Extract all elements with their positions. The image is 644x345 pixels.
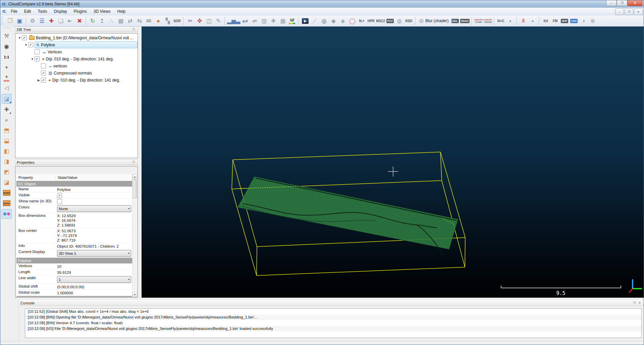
mdi-close-button[interactable]: ✕	[634, 8, 643, 15]
visibility-checkbox[interactable]	[41, 63, 46, 68]
tool-overflow-1-button[interactable]: »	[506, 16, 515, 26]
tool-pcv-button[interactable]: PCV	[386, 16, 394, 26]
stereo-mode-button[interactable]	[2, 209, 12, 219]
tool-sf-shield-button[interactable]: ◈	[338, 16, 347, 26]
console-close-button[interactable]: ✕	[637, 300, 642, 305]
tool-sf-arithmetic-button[interactable]: ▦	[278, 16, 287, 26]
tool-overflow-2-button[interactable]: »	[528, 16, 537, 26]
tool-sor-filter-button[interactable]: SOR	[173, 16, 181, 26]
tool-cloud-cloud-distance-button[interactable]: ⇄	[126, 16, 135, 26]
console-log[interactable]: [10:11:52] [Global Shift] Max abs. coord…	[25, 308, 642, 338]
tree-item-compressed-normals[interactable]: ▦Compressed normals	[15, 69, 138, 77]
tool-shp-export-button[interactable]: SHP	[560, 16, 569, 26]
tool-segment-button[interactable]: ↥	[98, 16, 106, 26]
toolbar-grip[interactable]	[2, 17, 4, 25]
maximize-button[interactable]: ❐	[617, 0, 627, 6]
menu-file[interactable]: File	[7, 8, 20, 15]
view-bottom-button[interactable]: ⬓	[2, 136, 11, 145]
tool-closest-point-set-button[interactable]: ●	[154, 16, 163, 26]
menu-tools[interactable]: Tools	[34, 8, 50, 15]
tool-kd-tree-button[interactable]: Kd	[541, 16, 550, 26]
tool-fine-registration-button[interactable]: ▚	[163, 16, 172, 26]
visibility-checkbox[interactable]	[22, 35, 27, 40]
tool-point-list-picking-button[interactable]: ✚	[47, 16, 56, 26]
tool-compare-button[interactable]: CC	[145, 16, 153, 26]
set-pivot-button[interactable]: +	[2, 63, 11, 72]
menu-display[interactable]: Display	[50, 8, 70, 15]
tool-shield-button[interactable]: ◆	[329, 16, 338, 26]
zoom-mode-button[interactable]: ⌕	[2, 115, 11, 125]
tool-sample-points-button[interactable]: ▩	[116, 16, 125, 26]
properties-scrollbar[interactable]: ▲ ▼	[132, 174, 137, 297]
tool-histogram-button[interactable]: ▂▅▃	[227, 16, 240, 26]
view-back-iso-button[interactable]: ◪	[2, 178, 11, 187]
tree-item-dip-010-deg-dip-direction-141-deg[interactable]: ▼●Dip: 010 deg. - Dip direction: 141 deg…	[15, 55, 138, 62]
tool-globe-button[interactable]: ⊕	[588, 16, 597, 26]
console-float-button[interactable]: ❐	[632, 300, 637, 305]
current-display-dropdown[interactable]: 3D View 1▾	[57, 250, 131, 257]
tool-facets-button[interactable]: ◍	[395, 16, 404, 26]
view-left-button[interactable]: ◧	[2, 147, 11, 156]
visibility-checkbox[interactable]	[35, 49, 40, 54]
tool-clipping-box-button[interactable]: ◫	[205, 16, 213, 26]
visibility-checkbox[interactable]	[35, 56, 40, 61]
tool-console-list-button[interactable]: ☰	[38, 16, 46, 26]
menu-plugins[interactable]: Plugins	[70, 8, 90, 15]
properties-float-button[interactable]: ❐	[131, 160, 136, 165]
view-front-iso-button[interactable]: ◩	[2, 167, 11, 177]
tool-cloud-mesh-distance-button[interactable]: ⇆	[135, 16, 144, 26]
menu-3d-views[interactable]: 3D Views	[90, 8, 114, 15]
mdi-minimize-button[interactable]: –	[615, 8, 624, 15]
auto-pivot-button[interactable]: +auto	[2, 73, 11, 82]
tool-apply-transformation-button[interactable]: ⇤	[66, 16, 74, 26]
visible-checkbox[interactable]	[57, 193, 62, 198]
tree-item-vertices[interactable]: ☁Vertices	[15, 48, 138, 55]
tool-clone-button[interactable]: ❏	[56, 16, 65, 26]
tool-interactive-transformation-button[interactable]: ✜	[195, 16, 204, 26]
show-name-in-3d-checkbox[interactable]	[57, 199, 62, 204]
tool-open-button[interactable]: ❐	[6, 16, 14, 26]
tool-sf-color-scale-button[interactable]: SF	[288, 16, 297, 26]
view-front-button[interactable]: FRONT	[2, 188, 11, 197]
tool-translate-rotate-button[interactable]: ↻	[88, 16, 97, 26]
tool-blur-shader-button[interactable]: ⊘Blur (shader)	[418, 16, 450, 26]
tool-save-button[interactable]: ▣	[15, 16, 24, 26]
tool-facets-fm-button[interactable]: FM	[551, 16, 559, 26]
tool-compass-button[interactable]: ◎	[320, 16, 328, 26]
tool-csv-export-button[interactable]: CSV	[570, 16, 578, 26]
tool-display-options-button[interactable]: ⚙	[28, 16, 37, 26]
tool-rsd-button[interactable]: RSD	[405, 16, 413, 26]
tools-button[interactable]: ⚒	[2, 32, 11, 41]
tool-statistics-button[interactable]: μ,σ	[241, 16, 250, 26]
tool-normals-and-curvature-button[interactable]: N+C	[496, 16, 505, 26]
view-right-button[interactable]: ◨	[2, 157, 11, 166]
tree-item-bedding-1-bin-d-menegoni-data-ormea-nuov[interactable]: ▼Bedding_1.bin (D:/Menegoni_data/Ormea/N…	[15, 34, 138, 41]
tool-subsample-button[interactable]: ∴	[107, 16, 116, 26]
tool-canupo-create-button[interactable]: CANUPOCreate	[474, 16, 483, 26]
scroll-up-icon[interactable]: ▲	[132, 174, 137, 179]
3d-viewport[interactable]: 9.5	[142, 27, 644, 298]
visibility-checkbox[interactable]	[41, 78, 46, 83]
tree-item-dip-010-deg-dip-direction-141-deg[interactable]: ▶●Dip: 010 deg. - Dip direction: 141 deg…	[15, 77, 138, 84]
menu-help[interactable]: Help	[114, 8, 129, 15]
screenshot-button[interactable]: ◉	[2, 42, 11, 51]
tool-animation-button[interactable]: ▶	[301, 16, 310, 26]
pan-mode-button[interactable]: ✚◢	[2, 105, 11, 114]
tree-expanded-arrow-icon[interactable]: ▼	[30, 57, 35, 61]
tool-filter-by-value-button[interactable]: ⇌	[250, 16, 259, 26]
tool-delete-button[interactable]: ✖	[75, 16, 84, 26]
tree-expanded-arrow-icon[interactable]: ▼	[24, 43, 28, 47]
tool-ssao-button[interactable]: SSAO	[460, 16, 470, 26]
scrollbar-thumb[interactable]	[133, 180, 137, 198]
view-back-button[interactable]: BACK	[2, 199, 11, 208]
menu-edit[interactable]: Edit	[21, 8, 35, 15]
tool-hpr-button[interactable]: HPR	[367, 16, 375, 26]
visibility-checkbox[interactable]	[28, 42, 33, 47]
tool-ellipser-button[interactable]: ◯	[348, 16, 357, 26]
tool-normals-button[interactable]: N↗	[357, 16, 366, 26]
tool-canupo-classify-button[interactable]: CANUPOClassify	[483, 16, 492, 26]
colors-dropdown[interactable]: None▾	[57, 205, 131, 212]
tool-sphere-button[interactable]: ◑	[579, 16, 588, 26]
mdi-restore-button[interactable]: ❐	[625, 8, 633, 15]
tree-collapsed-arrow-icon[interactable]: ▶	[37, 79, 41, 82]
